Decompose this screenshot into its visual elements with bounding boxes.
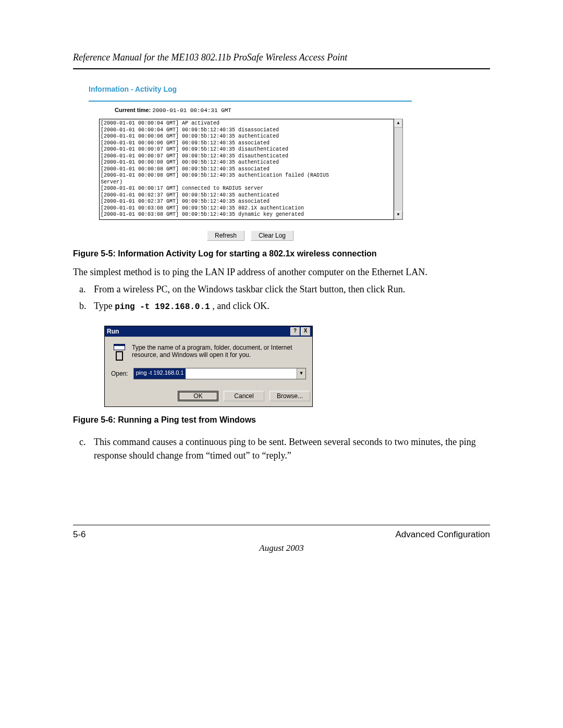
page-number: 5-6: [73, 529, 86, 540]
list-item: c. This command causes a continuous ping…: [79, 435, 490, 462]
clear-log-button[interactable]: Clear Log: [251, 230, 293, 241]
step-a-text: From a wireless PC, on the Windows taskb…: [94, 282, 405, 296]
figure-5-5-caption: Figure 5-5: Information Activity Log for…: [73, 249, 490, 258]
scroll-up-icon[interactable]: ▲: [394, 119, 402, 128]
run-dialog-title: Run: [107, 328, 119, 335]
step-b-text: Type ping -t 192.168.0.1 , and click OK.: [94, 299, 270, 313]
browse-button[interactable]: Browse...: [270, 391, 310, 401]
current-time-label: Current time:: [115, 107, 151, 113]
ok-button[interactable]: OK: [178, 391, 218, 401]
horizontal-rule: [89, 101, 412, 102]
current-time-value: 2000-01-01 00:04:31 GMT: [152, 107, 231, 114]
run-dialog-icon: [111, 344, 128, 361]
list-item: b. Type ping -t 192.168.0.1 , and click …: [79, 299, 490, 313]
footer-date: August 2003: [73, 543, 490, 553]
run-dialog: Run ? X Type the name of a program, fold…: [104, 326, 313, 407]
section-name: Advanced Configuration: [396, 529, 490, 540]
page-header-title: Reference Manual for the ME103 802.11b P…: [73, 52, 490, 69]
activity-log-title: Information - Activity Log: [89, 85, 412, 93]
help-button[interactable]: ?: [290, 327, 300, 336]
scroll-down-icon[interactable]: ▼: [394, 211, 402, 219]
scrollbar[interactable]: ▲ ▼: [394, 119, 403, 220]
cancel-button[interactable]: Cancel: [224, 391, 264, 401]
intro-paragraph: The simplest method is to ping the LAN I…: [73, 266, 490, 278]
list-item: a. From a wireless PC, on the Windows ta…: [79, 282, 490, 296]
page-footer: 5-6 Advanced Configuration: [73, 525, 490, 540]
open-label: Open:: [111, 370, 128, 377]
activity-log-panel: Information - Activity Log Current time:…: [89, 85, 412, 241]
figure-5-6-caption: Figure 5-6: Running a Ping test from Win…: [73, 415, 490, 425]
open-input-value[interactable]: ping -t 192.168.0.1: [134, 368, 186, 379]
close-button[interactable]: X: [301, 327, 310, 336]
chevron-down-icon[interactable]: ▼: [297, 368, 305, 379]
open-combobox[interactable]: ping -t 192.168.0.1 ▼: [133, 368, 306, 379]
run-dialog-description: Type the name of a program, folder, docu…: [132, 344, 306, 361]
run-dialog-titlebar[interactable]: Run ? X: [105, 326, 312, 337]
current-time: Current time: 2000-01-01 00:04:31 GMT: [115, 107, 412, 114]
refresh-button[interactable]: Refresh: [207, 230, 244, 241]
activity-log-textarea[interactable]: [2000-01-01 00:00:04 GMT] AP activated […: [99, 119, 394, 220]
step-c-text: This command causes a continuous ping to…: [94, 435, 490, 462]
list-marker-a: a.: [79, 282, 94, 296]
ping-command-code: ping -t 192.168.0.1: [115, 302, 210, 312]
list-marker-c: c.: [79, 435, 94, 462]
list-marker-b: b.: [79, 299, 94, 313]
